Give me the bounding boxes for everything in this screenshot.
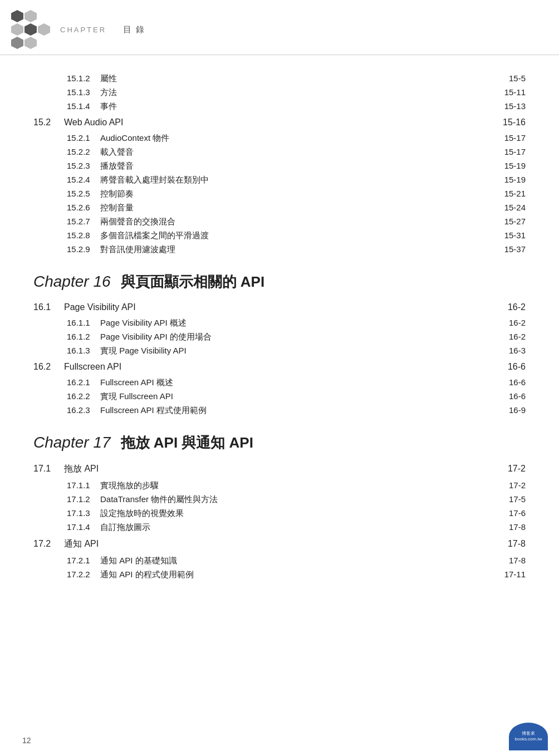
toc-num: 15.2.8 xyxy=(67,230,100,240)
toc-num: 15.2 xyxy=(33,117,64,127)
toc-page: 17-8 xyxy=(492,539,526,549)
toc-num: 15.2.7 xyxy=(67,217,100,226)
toc-row-16-2-3: 16.2.3Fullscreen API 程式使用範例16-9 xyxy=(33,404,526,418)
toc-page: 16-2 xyxy=(492,332,526,341)
toc-num: 17.2 xyxy=(33,539,64,549)
chapter-17-header: Chapter 17 拖放 API 與通知 API xyxy=(33,433,526,453)
toc-page: 17-6 xyxy=(492,508,526,518)
toc-row-17-1-1: 17.1.1實現拖放的步驟17-2 xyxy=(33,479,526,493)
toc-row-17-1: 17.1拖放 API17-2 xyxy=(33,462,526,477)
toc-page: 16-3 xyxy=(492,346,526,355)
toc-row-17-2: 17.2通知 API17-8 xyxy=(33,537,526,552)
header-toc-label: 目 錄 xyxy=(123,24,145,35)
toc-num: 16.2 xyxy=(33,362,64,372)
page-header: Chapter 目 錄 xyxy=(0,0,559,55)
watermark-logo: 博客來books.com.tw xyxy=(509,723,548,750)
toc-num: 17.2.2 xyxy=(67,570,100,579)
toc-label: 通知 API 的基礎知識 xyxy=(100,556,296,566)
toc-num: 16.1.2 xyxy=(67,332,100,341)
chapter-16-num: Chapter 16 xyxy=(33,273,111,291)
toc-row-17-2-2: 17.2.2通知 API 的程式使用範例17-11 xyxy=(33,568,526,582)
toc-row-15-2-5: 15.2.5控制節奏15-21 xyxy=(33,187,526,201)
toc-page: 16-2 xyxy=(492,318,526,327)
toc-page: 15-19 xyxy=(492,175,526,184)
toc-num: 16.2.2 xyxy=(67,391,100,401)
toc-label: 實現拖放的步驟 xyxy=(100,480,296,491)
chapter-17-num: Chapter 17 xyxy=(33,434,111,451)
toc-num: 16.1 xyxy=(33,302,64,312)
toc-page: 17-2 xyxy=(492,480,526,490)
toc-dots xyxy=(296,488,492,488)
toc-num: 15.2.1 xyxy=(67,133,100,143)
toc-row-16-2: 16.2Fullscreen API16-6 xyxy=(33,360,526,374)
toc-dots xyxy=(296,168,492,169)
toc-label: 設定拖放時的視覺效果 xyxy=(100,508,296,519)
toc-row-17-1-3: 17.1.3設定拖放時的視覺效果17-6 xyxy=(33,507,526,521)
toc-row-15-2-8: 15.2.8多個音訊檔案之間的平滑過渡15-31 xyxy=(33,229,526,243)
toc-label: AudioContext 物件 xyxy=(100,133,296,144)
toc-dots xyxy=(296,563,492,563)
toc-row-16-2-2: 16.2.2實現 Fullscreen API16-6 xyxy=(33,390,526,404)
toc-dots xyxy=(296,182,492,183)
toc-label: 多個音訊檔案之間的平滑過渡 xyxy=(100,230,296,241)
toc-row-17-1-2: 17.1.2DataTransfer 物件的屬性與方法17-5 xyxy=(33,493,526,507)
toc-num: 17.1.3 xyxy=(67,508,100,518)
section-15-remaining: 15.1.2屬性15-515.1.3方法15-1115.1.4事件15-1315… xyxy=(33,72,526,257)
toc-label: Page Visibility API xyxy=(64,302,278,312)
toc-dots xyxy=(296,529,492,530)
hex-3 xyxy=(11,23,23,36)
toc-num: 15.2.3 xyxy=(67,161,100,170)
toc-label: 自訂拖放圖示 xyxy=(100,522,296,533)
toc-num: 17.1.2 xyxy=(67,494,100,504)
toc-label: 將聲音載入處理封裝在類別中 xyxy=(100,175,296,185)
chapter-16-title: 與頁面顯示相關的 API xyxy=(121,272,265,292)
toc-row-15-1-4: 15.1.4事件15-13 xyxy=(33,100,526,114)
toc-dots xyxy=(278,546,493,547)
toc-row-15-2-7: 15.2.7兩個聲音的交換混合15-27 xyxy=(33,215,526,229)
hex-5 xyxy=(38,23,50,36)
page-number: 12 xyxy=(22,736,31,745)
toc-dots xyxy=(296,325,492,326)
toc-row-15-2-1: 15.2.1AudioContext 物件15-17 xyxy=(33,131,526,145)
toc-label: 控制節奏 xyxy=(100,189,296,199)
toc-page: 15-31 xyxy=(492,230,526,240)
toc-dots xyxy=(296,353,492,354)
toc-dots xyxy=(296,196,492,197)
toc-label: 通知 API xyxy=(64,538,278,550)
toc-num: 15.2.4 xyxy=(67,175,100,184)
toc-label: Fullscreen API 概述 xyxy=(100,377,296,388)
toc-num: 15.2.9 xyxy=(67,244,100,254)
toc-label: 方法 xyxy=(100,87,296,98)
toc-label: 載入聲音 xyxy=(100,147,296,158)
toc-page: 15-37 xyxy=(492,244,526,254)
toc-page: 16-6 xyxy=(492,362,526,372)
toc-row-15-1-2: 15.1.2屬性15-5 xyxy=(33,72,526,86)
toc-page: 15-17 xyxy=(492,147,526,156)
toc-page: 15-11 xyxy=(492,87,526,97)
toc-row-17-1-4: 17.1.4自訂拖放圖示17-8 xyxy=(33,521,526,534)
toc-label: Web Audio API xyxy=(64,117,278,127)
toc-label: 實現 Page Visibility API xyxy=(100,346,296,356)
toc-label: Fullscreen API 程式使用範例 xyxy=(100,405,296,416)
toc-dots xyxy=(296,81,492,81)
toc-num: 15.1.4 xyxy=(67,101,100,111)
toc-num: 16.2.3 xyxy=(67,405,100,415)
hex-logo xyxy=(11,10,50,49)
toc-dots xyxy=(296,109,492,109)
toc-page: 15-13 xyxy=(492,101,526,111)
toc-label: 屬性 xyxy=(100,73,296,84)
toc-row-15-2-4: 15.2.4將聲音載入處理封裝在類別中15-19 xyxy=(33,173,526,187)
toc-page: 16-6 xyxy=(492,377,526,387)
toc-row-15-1-3: 15.1.3方法15-11 xyxy=(33,86,526,100)
toc-page: 17-5 xyxy=(492,494,526,504)
main-content: 15.1.2屬性15-515.1.3方法15-1115.1.4事件15-1315… xyxy=(0,61,559,604)
toc-label: Page Visibility API 的使用場合 xyxy=(100,332,296,342)
toc-num: 15.2.5 xyxy=(67,189,100,198)
toc-num: 17.1.1 xyxy=(67,480,100,490)
toc-page: 17-8 xyxy=(492,522,526,532)
toc-dots xyxy=(296,577,492,577)
toc-label: DataTransfer 物件的屬性與方法 xyxy=(100,494,296,505)
toc-page: 15-27 xyxy=(492,217,526,226)
toc-dots xyxy=(278,369,493,370)
toc-dots xyxy=(296,502,492,502)
